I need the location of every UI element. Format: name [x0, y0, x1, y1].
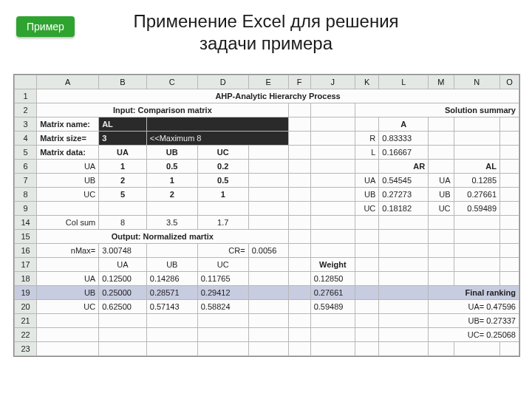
rowhdr-6[interactable]: 6 — [15, 160, 37, 174]
cell-C20[interactable]: 0.57143 — [146, 300, 197, 314]
cell-J14[interactable] — [310, 216, 355, 230]
cell-J9[interactable] — [310, 202, 355, 216]
cell-F2[interactable] — [288, 103, 310, 117]
cell-B4[interactable]: 3 — [99, 132, 147, 146]
cell-F20[interactable] — [288, 300, 310, 314]
cell-A3[interactable]: Matrix name: — [37, 117, 99, 132]
cell-L3[interactable]: A — [379, 117, 429, 132]
cell-F4[interactable] — [288, 132, 310, 146]
cell-B21[interactable] — [99, 314, 147, 328]
cell-K18[interactable] — [355, 272, 379, 286]
cell-A20[interactable]: UC — [37, 300, 99, 314]
cell-M23[interactable] — [429, 342, 454, 356]
cell-J23[interactable] — [310, 342, 355, 356]
cell-L7[interactable]: 0.54545 — [379, 174, 429, 188]
cell-J15[interactable] — [310, 230, 355, 244]
cell-J5[interactable] — [310, 146, 355, 160]
cell-N3[interactable] — [454, 117, 499, 132]
cell-K14[interactable] — [355, 216, 379, 230]
cell-L17[interactable] — [379, 258, 429, 272]
cell-L9[interactable]: 0.18182 — [379, 202, 429, 216]
cell-N4[interactable] — [454, 132, 499, 146]
cell-D18[interactable]: 0.11765 — [197, 272, 248, 286]
col-F[interactable]: F — [288, 75, 310, 89]
cell-K20[interactable] — [355, 300, 379, 314]
cell-E20[interactable] — [248, 300, 288, 314]
cell-N15[interactable] — [454, 230, 499, 244]
rowhdr-1[interactable]: 1 — [15, 89, 37, 103]
cell-E14[interactable] — [248, 216, 288, 230]
cell-B5[interactable]: UA — [99, 146, 147, 160]
cell-C3E3[interactable] — [146, 117, 288, 132]
cell-L14[interactable] — [379, 216, 429, 230]
cell-K4[interactable]: R — [355, 132, 379, 146]
cell-N18[interactable] — [454, 272, 499, 286]
cell-K16[interactable] — [355, 244, 379, 258]
cell-E16[interactable]: 0.0056 — [248, 244, 288, 258]
cell-title[interactable]: AHP-Analytic Hierarchy Process — [37, 89, 519, 103]
rowhdr-3[interactable]: 3 — [15, 117, 37, 132]
cell-E8[interactable] — [248, 188, 288, 202]
cell-F6[interactable] — [288, 160, 310, 174]
cell-A9[interactable] — [37, 202, 99, 216]
cell-O18[interactable] — [500, 272, 519, 286]
col-M[interactable]: M — [429, 75, 454, 89]
cell-C23[interactable] — [146, 342, 197, 356]
cell-O3[interactable] — [500, 117, 519, 132]
cell-M16[interactable] — [429, 244, 454, 258]
cell-J21[interactable] — [310, 314, 355, 328]
cell-J4[interactable] — [310, 132, 355, 146]
cell-F22[interactable] — [288, 328, 310, 342]
cell-L19[interactable] — [379, 286, 429, 300]
cell-N14[interactable] — [454, 216, 499, 230]
cell-J7[interactable] — [310, 174, 355, 188]
cell-L4[interactable]: 0.83333 — [379, 132, 429, 146]
cell-F21[interactable] — [288, 314, 310, 328]
cell-D17[interactable]: UC — [197, 258, 248, 272]
cell-L21[interactable] — [379, 314, 429, 328]
cell-A19[interactable]: UB — [37, 286, 99, 300]
cell-A14[interactable]: Col sum — [37, 216, 99, 230]
cell-E9[interactable] — [248, 202, 288, 216]
cell-K15[interactable] — [355, 230, 379, 244]
cell-F18[interactable] — [288, 272, 310, 286]
cell-N21[interactable]: UB= 0.27337 — [429, 314, 519, 328]
cell-E18[interactable] — [248, 272, 288, 286]
cell-L8[interactable]: 0.27273 — [379, 188, 429, 202]
cell-B9[interactable] — [99, 202, 147, 216]
rowhdr-23[interactable]: 23 — [15, 342, 37, 356]
cell-J18[interactable]: 0.12850 — [310, 272, 355, 286]
cell-F19[interactable] — [288, 286, 310, 300]
cell-A4[interactable]: Matrix size= — [37, 132, 99, 146]
cell-M17[interactable] — [429, 258, 454, 272]
cell-F3[interactable] — [288, 117, 310, 132]
cell-N22[interactable]: UC= 0.25068 — [429, 328, 519, 342]
cell-D19[interactable]: 0.29412 — [197, 286, 248, 300]
cell-N9[interactable]: 0.59489 — [454, 202, 499, 216]
cell-K3[interactable] — [355, 117, 379, 132]
rowhdr-22[interactable]: 22 — [15, 328, 37, 342]
cell-M8[interactable]: UB — [429, 188, 454, 202]
cell-O4[interactable] — [500, 132, 519, 146]
cell-D14[interactable]: 1.7 — [197, 216, 248, 230]
rowhdr-7[interactable]: 7 — [15, 174, 37, 188]
cell-O17[interactable] — [500, 258, 519, 272]
col-E[interactable]: E — [248, 75, 288, 89]
cell-J2[interactable] — [310, 103, 355, 117]
col-J[interactable]: J — [310, 75, 355, 89]
cell-F9[interactable] — [288, 202, 310, 216]
cell-A23[interactable] — [37, 342, 99, 356]
cell-C7[interactable]: 1 — [146, 174, 197, 188]
cell-K9[interactable]: UC — [355, 202, 379, 216]
rowhdr-17[interactable]: 17 — [15, 258, 37, 272]
cell-K7[interactable]: UA — [355, 174, 379, 188]
cell-A16[interactable]: nMax= — [37, 244, 99, 258]
cell-K8[interactable]: UB — [355, 188, 379, 202]
rowhdr-15[interactable]: 15 — [15, 230, 37, 244]
col-N[interactable]: N — [454, 75, 499, 89]
cell-D23[interactable] — [197, 342, 248, 356]
cell-O6[interactable] — [500, 160, 519, 174]
cell-D6[interactable]: 0.2 — [197, 160, 248, 174]
cell-M9[interactable]: UC — [429, 202, 454, 216]
col-O[interactable]: O — [500, 75, 519, 89]
